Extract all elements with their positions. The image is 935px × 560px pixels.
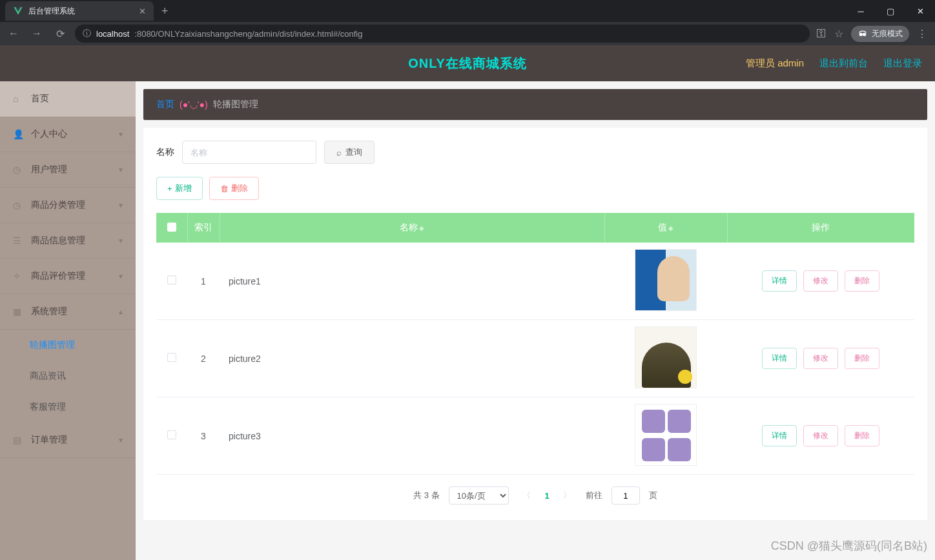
row-delete-button[interactable]: 删除	[845, 425, 879, 446]
pager-total: 共 3 条	[413, 490, 439, 501]
thumbnail-image	[635, 249, 697, 311]
edit-button[interactable]: 修改	[803, 348, 838, 369]
star-icon[interactable]: ☆	[834, 28, 843, 40]
prev-page-button[interactable]: 〈	[518, 486, 536, 505]
table-row: 1 picture1 详情 修改 删除	[156, 243, 914, 320]
col-value[interactable]: 值◆	[604, 213, 727, 243]
detail-button[interactable]: 详情	[762, 348, 797, 369]
main-panel: 名称 ⌕ 查询 + 新增 🗑 删除	[143, 128, 927, 520]
sidebar-item-label: 商品信息管理	[31, 235, 85, 246]
new-tab-button[interactable]: +	[161, 5, 169, 18]
window-close-icon[interactable]: ✕	[905, 0, 935, 22]
action-row: + 新增 🗑 删除	[156, 177, 914, 200]
tab-close-icon[interactable]: ✕	[139, 6, 146, 16]
row-checkbox[interactable]	[167, 353, 176, 362]
chevron-down-icon: ▾	[119, 165, 123, 174]
select-all-checkbox[interactable]	[167, 223, 176, 232]
delete-button-label: 删除	[231, 183, 248, 194]
page-size-select[interactable]: 10条/页	[449, 486, 509, 505]
col-index[interactable]: 索引	[187, 213, 220, 243]
browser-tab[interactable]: 后台管理系统 ✕	[5, 1, 154, 21]
add-button[interactable]: + 新增	[156, 177, 203, 200]
back-to-front-link[interactable]: 退出到前台	[819, 57, 868, 70]
sidebar-item-orders[interactable]: ▤ 订单管理 ▾	[0, 423, 136, 458]
order-icon: ▤	[13, 435, 25, 445]
breadcrumb-emoji: (●'◡'●)	[180, 99, 208, 110]
search-button[interactable]: ⌕ 查询	[324, 141, 375, 164]
app-header: ONLY在线商城系统 管理员 admin 退出到前台 退出登录	[0, 45, 935, 81]
row-checkbox[interactable]	[167, 275, 176, 285]
chevron-up-icon: ▴	[119, 307, 123, 316]
site-info-icon[interactable]: ⓘ	[83, 28, 91, 39]
thumbnail-image	[635, 404, 697, 466]
forward-button[interactable]: →	[28, 25, 45, 42]
window-minimize-icon[interactable]: ─	[846, 0, 876, 22]
cell-index: 1	[187, 243, 220, 320]
goto-prefix: 前往	[586, 490, 602, 501]
sort-icon: ◆	[668, 225, 673, 232]
url-field[interactable]: ⓘ localhost:8080/ONLYzaixianshangcheng/a…	[75, 25, 810, 43]
row-delete-button[interactable]: 删除	[845, 348, 879, 369]
edit-button[interactable]: 修改	[803, 425, 838, 446]
header-right: 管理员 admin 退出到前台 退出登录	[746, 57, 922, 70]
search-row: 名称 ⌕ 查询	[156, 141, 914, 164]
search-input[interactable]	[182, 141, 316, 164]
search-label: 名称	[156, 146, 174, 158]
data-table: 索引 名称◆ 值◆ 操作 1 picture1 详情 修改	[156, 213, 914, 475]
list-icon: ☰	[13, 235, 25, 246]
sidebar-item-profile[interactable]: 👤 个人中心 ▾	[0, 117, 136, 152]
search-button-label: 查询	[345, 146, 362, 158]
chevron-down-icon: ▾	[119, 236, 123, 245]
col-checkbox	[156, 213, 187, 243]
cell-index: 2	[187, 320, 220, 397]
goto-page-input[interactable]	[611, 486, 640, 505]
sidebar-item-home[interactable]: ⌂ 首页	[0, 81, 136, 117]
sidebar-item-label: 首页	[31, 93, 49, 105]
clock-icon: ◷	[13, 165, 25, 175]
url-path: :8080/ONLYzaixianshangcheng/admin/dist/i…	[134, 29, 362, 39]
next-page-button[interactable]: 〉	[559, 486, 577, 505]
sidebar-item-label: 商品分类管理	[31, 199, 85, 211]
detail-button[interactable]: 详情	[762, 425, 797, 446]
url-host: localhost	[96, 29, 129, 39]
category-icon: ◷	[13, 200, 25, 210]
sidebar-sub-news[interactable]: 商品资讯	[0, 361, 136, 392]
vue-favicon-icon	[13, 6, 23, 16]
logout-link[interactable]: 退出登录	[883, 57, 922, 70]
window-maximize-icon[interactable]: ▢	[876, 0, 905, 22]
grid-icon: ▦	[13, 306, 25, 317]
row-delete-button[interactable]: 删除	[845, 270, 879, 292]
sidebar-item-system[interactable]: ▦ 系统管理 ▴	[0, 294, 136, 330]
admin-label: 管理员 admin	[746, 57, 804, 70]
sidebar-sub-carousel[interactable]: 轮播图管理	[0, 330, 136, 361]
cell-name: picture1	[220, 243, 604, 320]
window-controls: ─ ▢ ✕	[846, 0, 935, 22]
tab-title: 后台管理系统	[28, 6, 75, 17]
edit-button[interactable]: 修改	[803, 270, 838, 292]
sidebar-item-users[interactable]: ◷ 用户管理 ▾	[0, 152, 136, 188]
sidebar-item-reviews[interactable]: ✧ 商品评价管理 ▾	[0, 259, 136, 294]
sidebar-sub-label: 客服管理	[30, 401, 66, 413]
cell-index: 3	[187, 397, 220, 475]
sidebar-item-product-info[interactable]: ☰ 商品信息管理 ▾	[0, 223, 136, 259]
tab-bar: 后台管理系统 ✕ + ─ ▢ ✕	[0, 0, 935, 22]
delete-button[interactable]: 🗑 删除	[209, 177, 259, 200]
sidebar-item-category[interactable]: ◷ 商品分类管理 ▾	[0, 188, 136, 223]
row-checkbox[interactable]	[167, 430, 176, 439]
address-bar: ← → ⟳ ⓘ localhost:8080/ONLYzaixianshangc…	[0, 22, 935, 45]
current-page[interactable]: 1	[545, 491, 550, 501]
sort-icon: ◆	[419, 225, 424, 232]
chevron-down-icon: ▾	[119, 130, 123, 139]
menu-icon[interactable]: ⋮	[917, 28, 927, 40]
detail-button[interactable]: 详情	[762, 270, 797, 292]
sidebar-sub-support[interactable]: 客服管理	[0, 392, 136, 423]
chevron-down-icon: ▾	[119, 435, 123, 445]
reload-button[interactable]: ⟳	[52, 25, 68, 42]
back-button[interactable]: ←	[5, 25, 22, 42]
user-icon: 👤	[13, 129, 25, 139]
app-body: ⌂ 首页 👤 个人中心 ▾ ◷ 用户管理 ▾ ◷ 商品分类管理 ▾ ☰ 商品信息…	[0, 81, 935, 560]
breadcrumb-home[interactable]: 首页	[156, 99, 174, 110]
col-name[interactable]: 名称◆	[220, 213, 604, 243]
toolbar-right: ⚿ ☆ 无痕模式 ⋮	[816, 26, 930, 42]
key-icon[interactable]: ⚿	[816, 28, 827, 39]
